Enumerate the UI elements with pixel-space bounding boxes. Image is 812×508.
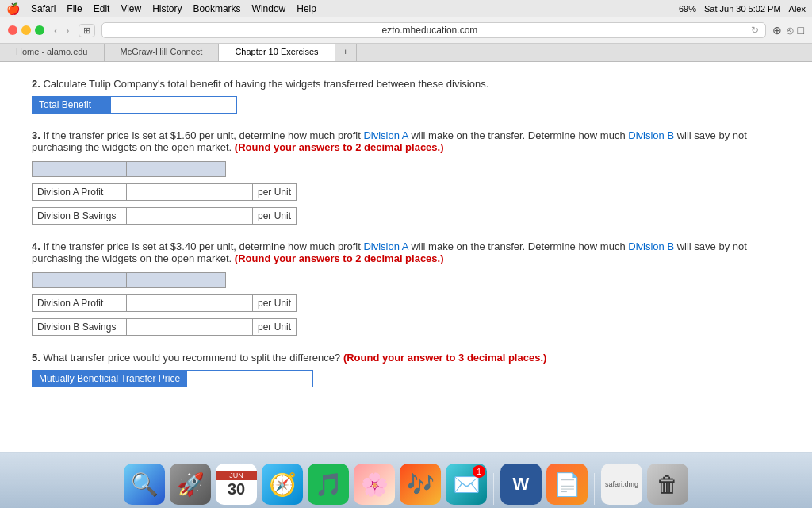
q4-header-unit — [182, 272, 226, 288]
main-content: 2. Calculate Tulip Company's total benef… — [0, 62, 812, 498]
minimize-button[interactable] — [21, 25, 31, 35]
q4-input-1-wrapper — [127, 318, 253, 336]
mail-badge: 1 — [473, 465, 485, 478]
q4-input-0-wrapper — [127, 294, 253, 312]
dock-divider — [493, 473, 494, 498]
menu-bar: 🍎 Safari File Edit View History Bookmark… — [0, 0, 812, 17]
q5-label: Mutually Beneficial Transfer Price — [32, 370, 187, 387]
q2-text: 2. Calculate Tulip Company's total benef… — [32, 78, 780, 90]
user-display: Alex — [789, 4, 806, 13]
dock-safari[interactable]: 🧭 — [262, 464, 303, 498]
q3-label-0: Division A Profit — [32, 183, 127, 201]
menu-history[interactable]: History — [152, 3, 182, 14]
back-button[interactable]: ‹ — [51, 23, 61, 37]
dock-mail[interactable]: ✉️ 1 — [446, 464, 487, 498]
q3-input-0-wrapper — [127, 183, 253, 201]
q4-row-0: Division A Profit per Unit — [32, 294, 780, 312]
q5-text: 5. What transfer price would you recomme… — [32, 352, 780, 364]
q4-table: Division A Profit per Unit Division B Sa… — [32, 272, 780, 336]
question-2: 2. Calculate Tulip Company's total benef… — [32, 78, 780, 114]
q3-header-input — [127, 161, 182, 177]
dock-pages[interactable]: 📄 — [546, 464, 588, 498]
menu-bookmarks[interactable]: Bookmarks — [193, 3, 241, 14]
menu-file[interactable]: File — [67, 3, 82, 14]
add-tab[interactable]: + — [335, 44, 357, 61]
nav-arrows: ‹ › — [51, 23, 72, 37]
q3-label-1: Division B Savings — [32, 207, 127, 225]
dock-trash[interactable]: 🗑 — [647, 464, 688, 498]
q3-input-0[interactable] — [127, 184, 252, 200]
q3-header-unit — [182, 161, 226, 177]
q3-input-1-wrapper — [127, 207, 253, 225]
total-benefit-input-wrapper — [111, 96, 237, 114]
dock-calendar[interactable]: JUN 30 — [216, 464, 257, 498]
dock-launchpad[interactable]: 🚀 — [170, 464, 211, 498]
menu-view[interactable]: View — [121, 3, 141, 14]
url-bar[interactable]: ezto.mheducation.com ↻ — [102, 22, 765, 38]
total-benefit-input[interactable] — [111, 97, 236, 113]
tab-home[interactable]: Home - alamo.edu — [0, 44, 105, 61]
q3-input-1[interactable] — [127, 208, 252, 224]
q5-input[interactable] — [187, 371, 312, 387]
q3-row-1: Division B Savings per Unit — [32, 207, 780, 225]
dock-installer[interactable]: safari.dmg — [601, 464, 642, 498]
q4-input-1[interactable] — [127, 319, 252, 335]
menu-safari[interactable]: Safari — [31, 3, 56, 14]
total-benefit-row: Total Benefit — [32, 96, 780, 114]
q3-unit-0: per Unit — [253, 183, 297, 201]
dock-spotify[interactable]: 🎵 — [308, 464, 349, 498]
q3-table: Division A Profit per Unit Division B Sa… — [32, 161, 780, 225]
dock-music[interactable]: 🎶 — [400, 464, 441, 498]
q4-unit-1: per Unit — [253, 318, 297, 336]
q4-input-0[interactable] — [127, 295, 252, 311]
q4-row-1: Division B Savings per Unit — [32, 318, 780, 336]
q4-text: 4. If the transfer price is set at $3.40… — [32, 241, 780, 264]
total-benefit-label: Total Benefit — [32, 96, 111, 114]
close-button[interactable] — [8, 25, 17, 35]
sidebar-button[interactable]: □ — [798, 24, 804, 37]
q4-header-row — [32, 272, 780, 288]
dock-finder[interactable]: 🔍 — [124, 464, 165, 498]
menu-edit[interactable]: Edit — [94, 3, 110, 14]
reload-button[interactable]: ↻ — [751, 25, 759, 36]
datetime-display: Sat Jun 30 5:02 PM — [704, 4, 781, 13]
add-tab-button[interactable]: ⊕ — [772, 24, 782, 37]
q4-header-input — [127, 272, 182, 288]
menu-help[interactable]: Help — [297, 3, 316, 14]
question-3: 3. If the transfer price is set at $1.60… — [32, 129, 780, 225]
tab-connect[interactable]: McGraw-Hill Connect — [105, 44, 220, 61]
menu-window[interactable]: Window — [252, 3, 286, 14]
forward-button[interactable]: › — [63, 23, 73, 37]
q4-label-1: Division B Savings — [32, 318, 127, 336]
url-text: ezto.mheducation.com — [109, 25, 750, 36]
q4-header-spacer — [32, 272, 127, 288]
dock: 🔍 🚀 JUN 30 🧭 🎵 🌸 🎶 ✉️ 1 W 📄 safari.dmg 🗑 — [0, 452, 812, 498]
dock-word[interactable]: W — [500, 464, 542, 498]
battery-status: 69% — [679, 4, 696, 13]
menu-bar-left: 🍎 Safari File Edit View History Bookmark… — [6, 2, 316, 15]
dock-photos[interactable]: 🌸 — [354, 464, 395, 498]
fullscreen-button[interactable] — [35, 25, 44, 35]
q3-row-0: Division A Profit per Unit — [32, 183, 780, 201]
q4-label-0: Division A Profit — [32, 294, 127, 312]
apple-menu[interactable]: 🍎 — [6, 2, 20, 15]
q3-text: 3. If the transfer price is set at $1.60… — [32, 129, 780, 153]
menu-bar-right: 69% Sat Jun 30 5:02 PM Alex — [679, 4, 806, 13]
browser-chrome: ‹ › ⊞ ezto.mheducation.com ↻ ⊕ ⎋ □ — [0, 17, 812, 44]
q5-answer-row: Mutually Beneficial Transfer Price — [32, 370, 780, 387]
q3-header-spacer — [32, 161, 127, 177]
dock-divider-2 — [594, 473, 595, 498]
browser-tabs: Home - alamo.edu McGraw-Hill Connect Cha… — [0, 44, 812, 62]
q3-header-row — [32, 161, 780, 177]
question-4: 4. If the transfer price is set at $3.40… — [32, 241, 780, 336]
tab-exercises[interactable]: Chapter 10 Exercises — [219, 44, 335, 61]
share-button[interactable]: ⎋ — [787, 24, 793, 37]
traffic-lights — [8, 25, 44, 35]
q5-input-wrapper — [187, 370, 313, 387]
browser-actions: ⊕ ⎋ □ — [772, 24, 804, 37]
question-5: 5. What transfer price would you recomme… — [32, 352, 780, 387]
q4-unit-0: per Unit — [253, 294, 297, 312]
show-tabs-button[interactable]: ⊞ — [79, 24, 95, 37]
q3-unit-1: per Unit — [253, 207, 297, 225]
